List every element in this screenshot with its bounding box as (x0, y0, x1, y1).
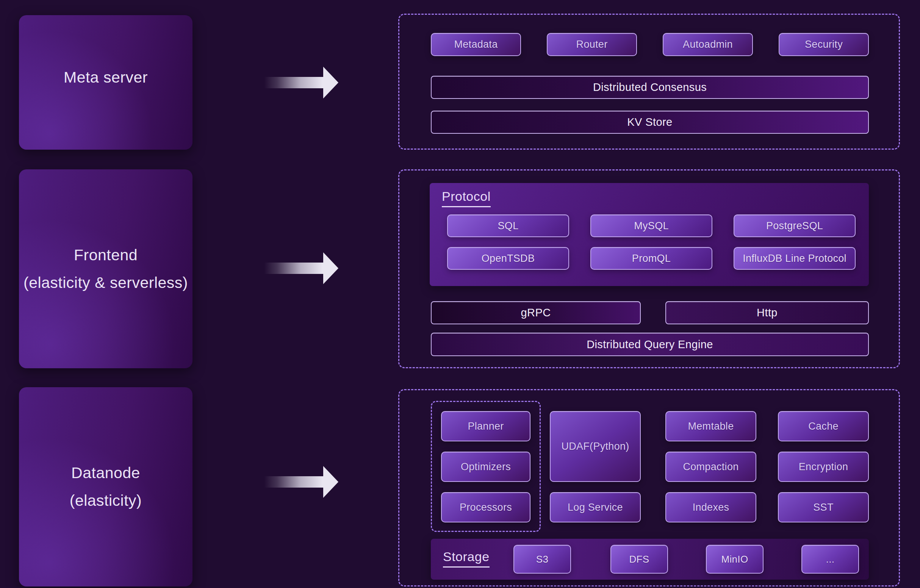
arrow-head (323, 67, 339, 99)
grpc-bar: gRPC (431, 301, 641, 324)
node-mysql: MySQL (590, 214, 713, 237)
meta-server-panel: Metadata Router Autoadmin Security Distr… (398, 14, 900, 150)
arrow-head (323, 466, 339, 498)
storage-group: Storage S3 DFS MinIO ... (431, 539, 869, 580)
node-security: Security (779, 33, 869, 56)
node-dfs: DFS (611, 545, 668, 573)
distributed-query-engine-bar: Distributed Query Engine (431, 333, 869, 356)
node-s3: S3 (513, 545, 571, 573)
node-autoadmin: Autoadmin (663, 33, 753, 56)
storage-title: Storage (443, 549, 489, 567)
meta-server-box: Meta server (19, 15, 193, 150)
frontend-panel: Protocol SQL MySQL PostgreSQL OpenTSDB P… (398, 169, 900, 368)
distributed-consensus-bar: Distributed Consensus (431, 76, 869, 99)
node-encryption: Encryption (778, 452, 869, 482)
meta-server-label: Meta server (64, 68, 148, 86)
node-planner: Planner (441, 411, 530, 441)
datanode-box: Datanode (elasticity) (19, 387, 193, 586)
node-minio: MinIO (706, 545, 763, 573)
node-metadata: Metadata (431, 33, 521, 56)
architecture-diagram: Meta server Frontend (elasticity & serve… (0, 0, 920, 588)
datanode-panel: Planner Optimizers Processors UDAF(Pytho… (398, 389, 900, 586)
node-indexes: Indexes (666, 492, 756, 522)
arrow-right-icon (264, 252, 339, 284)
node-router: Router (547, 33, 637, 56)
arrow-shaft (264, 262, 323, 274)
frontend-label: Frontend (74, 246, 138, 264)
node-memtable: Memtable (666, 411, 756, 441)
arrow-head (323, 252, 339, 284)
kv-store-bar: KV Store (431, 111, 869, 134)
node-sql: SQL (447, 214, 569, 237)
protocol-group: Protocol SQL MySQL PostgreSQL OpenTSDB P… (430, 183, 869, 286)
protocol-title: Protocol (442, 189, 491, 207)
datanode-sublabel: (elasticity) (70, 492, 142, 510)
arrow-right-icon (264, 67, 339, 99)
node-udaf-python: UDAF(Python) (550, 411, 641, 482)
frontend-sublabel: (elasticity & serverless) (23, 274, 188, 292)
arrow-right-icon (264, 466, 339, 498)
node-processors: Processors (441, 492, 530, 522)
node-promql: PromQL (590, 247, 713, 270)
node-log-service: Log Service (550, 492, 641, 522)
frontend-box: Frontend (elasticity & serverless) (19, 169, 193, 368)
datanode-label: Datanode (71, 464, 140, 482)
arrow-shaft (264, 476, 323, 488)
node-postgresql: PostgreSQL (734, 214, 855, 237)
node-influxdb-line-protocol: InfluxDB Line Protocol (734, 247, 855, 270)
node-sst: SST (778, 492, 869, 522)
node-compaction: Compaction (666, 452, 756, 482)
query-components-group: Planner Optimizers Processors (431, 401, 541, 532)
node-cache: Cache (778, 411, 869, 441)
arrow-shaft (264, 77, 323, 88)
node-optimizers: Optimizers (441, 452, 530, 482)
node-opentsdb: OpenTSDB (447, 247, 569, 270)
node-more-backends: ... (802, 545, 859, 573)
http-bar: Http (666, 301, 869, 324)
